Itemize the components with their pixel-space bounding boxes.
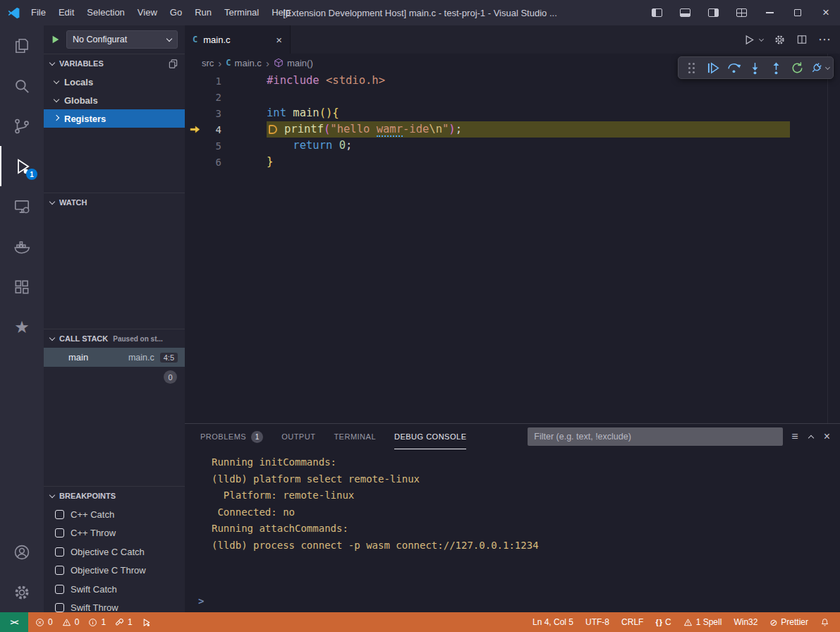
status-tools[interactable]: 1 bbox=[115, 617, 133, 627]
filter-lines-icon[interactable]: ≡ bbox=[791, 430, 798, 443]
step-into-button[interactable] bbox=[745, 59, 765, 77]
breakpoints-header-label: BREAKPOINTS bbox=[59, 492, 116, 500]
debug-console-output: Running initCommands:(lldb) platform sel… bbox=[185, 449, 840, 554]
panel-tab-problems[interactable]: PROBLEMS1 bbox=[200, 424, 263, 449]
tab-main-c[interactable]: C main.c × bbox=[185, 25, 291, 54]
console-input-prompt[interactable]: > bbox=[198, 595, 204, 607]
watch-header[interactable]: WATCH bbox=[44, 193, 185, 212]
code-line-6[interactable]: 6} bbox=[185, 154, 840, 170]
code-line-5[interactable]: 5 return 0; bbox=[185, 138, 840, 154]
status-infos[interactable]: 1 bbox=[88, 617, 106, 627]
breadcrumb-label: src bbox=[202, 58, 214, 68]
toggle-panel-icon[interactable] bbox=[671, 0, 699, 25]
breadcrumb-label: main.c bbox=[235, 58, 262, 68]
activity-remote-explorer[interactable] bbox=[0, 186, 44, 226]
step-out-button[interactable] bbox=[767, 59, 786, 77]
console-filter-input[interactable] bbox=[528, 427, 783, 446]
breadcrumb-separator-icon: › bbox=[266, 57, 269, 69]
run-or-debug-button[interactable] bbox=[743, 34, 763, 46]
menu-run[interactable]: Run bbox=[188, 0, 218, 25]
variables-item-registers[interactable]: Registers bbox=[44, 109, 185, 128]
close-window-button[interactable]: × bbox=[812, 0, 840, 25]
activity-docker[interactable] bbox=[0, 226, 44, 267]
breadcrumb-item-main-c[interactable]: Cmain.c bbox=[226, 58, 262, 68]
menu-edit[interactable]: Edit bbox=[52, 0, 80, 25]
close-panel-icon[interactable]: × bbox=[824, 430, 830, 443]
breakpoint-checkbox[interactable] bbox=[55, 510, 64, 519]
status-spell[interactable]: 1 Spell bbox=[683, 617, 722, 627]
maximize-button[interactable] bbox=[784, 0, 812, 25]
menu-selection[interactable]: Selection bbox=[80, 0, 130, 25]
activity-run-debug[interactable]: 1 bbox=[0, 146, 44, 186]
code-line-3[interactable]: 3int main(){ bbox=[185, 105, 840, 121]
breakpoint-item-c-catch[interactable]: C++ Catch bbox=[44, 505, 185, 524]
breadcrumb-item-main[interactable]: main() bbox=[274, 58, 313, 68]
toggle-sidebar-icon[interactable] bbox=[643, 0, 671, 25]
activity-star[interactable]: ★ bbox=[0, 307, 44, 347]
status-infos-label: 1 bbox=[101, 617, 106, 627]
breakpoint-checkbox[interactable] bbox=[55, 547, 64, 557]
continue-button[interactable] bbox=[703, 59, 722, 77]
extensions-icon bbox=[13, 278, 31, 296]
status-platform[interactable]: Win32 bbox=[734, 617, 757, 627]
breadcrumb-item-src[interactable]: src bbox=[202, 58, 214, 68]
activity-extensions[interactable] bbox=[0, 267, 44, 307]
start-debugging-icon[interactable] bbox=[51, 35, 61, 44]
activity-source-control[interactable] bbox=[0, 106, 44, 146]
step-over-button[interactable] bbox=[724, 59, 743, 77]
activity-search[interactable] bbox=[0, 66, 44, 106]
breakpoint-item-objective-c-throw[interactable]: Objective C Throw bbox=[44, 561, 185, 581]
status-errors[interactable]: 0 bbox=[35, 617, 53, 627]
close-tab-icon[interactable]: × bbox=[276, 34, 282, 46]
panel-tab-debug-console[interactable]: DEBUG CONSOLE bbox=[394, 424, 466, 449]
menu-terminal[interactable]: Terminal bbox=[218, 0, 265, 25]
breakpoint-item-swift-throw[interactable]: Swift Throw bbox=[44, 599, 185, 613]
menu-view[interactable]: View bbox=[131, 0, 164, 25]
variables-item-locals[interactable]: Locals bbox=[44, 73, 185, 91]
call-stack-header[interactable]: CALL STACK Paused on st... bbox=[44, 329, 185, 348]
activity-accounts[interactable] bbox=[0, 532, 44, 572]
disconnect-button[interactable] bbox=[809, 59, 829, 77]
status-encoding[interactable]: UTF-8 bbox=[585, 617, 609, 627]
toggle-secondary-sidebar-icon[interactable] bbox=[699, 0, 727, 25]
panel-tab-terminal[interactable]: TERMINAL bbox=[334, 424, 376, 449]
status-formatter[interactable]: ⊘Prettier bbox=[769, 617, 808, 628]
minimize-button[interactable] bbox=[755, 0, 784, 25]
stack-frame-row[interactable]: main main.c 4:5 bbox=[44, 348, 185, 367]
variables-item-globals[interactable]: Globals bbox=[44, 91, 185, 109]
breakpoint-checkbox[interactable] bbox=[55, 528, 64, 537]
breakpoint-item-c-throw[interactable]: C++ Throw bbox=[44, 524, 185, 543]
c-file-icon: C bbox=[226, 58, 231, 68]
status-warnings[interactable]: 0 bbox=[62, 617, 80, 627]
debug-config-dropdown[interactable]: No Configurat bbox=[66, 30, 178, 49]
breakpoint-item-swift-catch[interactable]: Swift Catch bbox=[44, 580, 185, 599]
activity-settings[interactable] bbox=[0, 572, 44, 612]
customize-layout-icon[interactable] bbox=[727, 0, 755, 25]
status-debug-status[interactable] bbox=[142, 618, 151, 627]
status-eol[interactable]: CRLF bbox=[621, 617, 643, 627]
breakpoint-checkbox[interactable] bbox=[55, 603, 64, 612]
breakpoints-header[interactable]: BREAKPOINTS bbox=[44, 487, 185, 505]
panel-tab-output[interactable]: OUTPUT bbox=[281, 424, 315, 449]
breakpoint-item-objective-c-catch[interactable]: Objective C Catch bbox=[44, 542, 185, 561]
status-language-mode[interactable]: { }C bbox=[655, 617, 671, 627]
remote-indicator[interactable]: >< bbox=[0, 612, 28, 632]
variables-header[interactable]: VARIABLES bbox=[44, 54, 185, 73]
settings-gear-icon[interactable] bbox=[774, 34, 786, 46]
code-line-2[interactable]: 2 bbox=[185, 89, 840, 105]
split-editor-icon[interactable] bbox=[796, 34, 808, 45]
more-actions-icon[interactable]: ⋯ bbox=[818, 33, 831, 46]
maximize-panel-icon[interactable] bbox=[809, 434, 813, 440]
status-notifications[interactable] bbox=[820, 618, 829, 627]
menu-go[interactable]: Go bbox=[164, 0, 188, 25]
activity-explorer[interactable] bbox=[0, 25, 44, 66]
breakpoint-checkbox[interactable] bbox=[55, 566, 64, 575]
breakpoint-checkbox[interactable] bbox=[55, 585, 64, 594]
code-line-4[interactable]: 4printf("hello wamr-ide\n"); bbox=[185, 121, 840, 138]
status-cursor-position[interactable]: Ln 4, Col 5 bbox=[532, 617, 573, 627]
code-token: " bbox=[442, 123, 449, 135]
menu-file[interactable]: File bbox=[25, 0, 52, 25]
restart-button[interactable] bbox=[788, 59, 807, 77]
error-icon bbox=[35, 618, 44, 627]
copy-icon[interactable] bbox=[168, 59, 178, 69]
